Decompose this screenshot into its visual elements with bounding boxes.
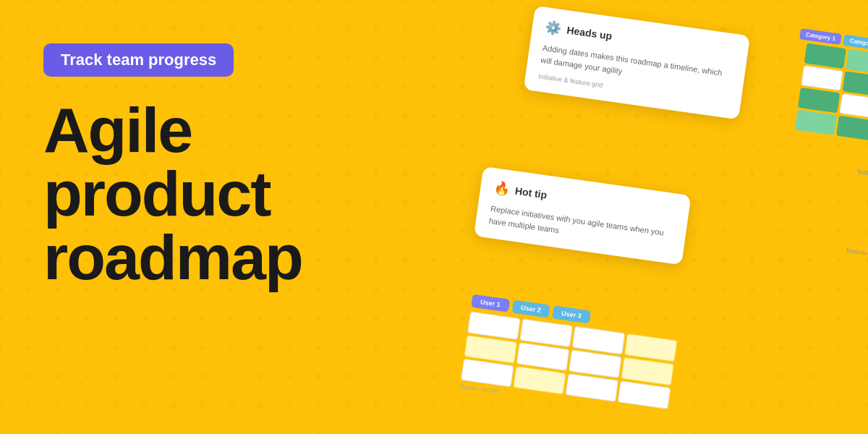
user-3-badge: User 3 — [552, 305, 591, 323]
feature-label-right-2: feature- set title — [846, 247, 868, 260]
bottom-cell — [513, 366, 566, 394]
feature-label-right-1: feature- set title — [857, 168, 868, 182]
grid-cell — [846, 49, 868, 75]
grid-cell — [836, 116, 868, 141]
heads-up-title: Heads up — [566, 24, 613, 42]
grid-cell — [798, 88, 840, 113]
grid-cell — [801, 65, 843, 90]
hot-tip-title: Hot tip — [514, 185, 548, 201]
heads-up-icon: ⚙️ — [545, 19, 563, 37]
track-progress-badge[interactable]: Track team progress — [43, 43, 234, 77]
user-1-badge: User 1 — [471, 294, 510, 312]
bottom-cell — [566, 373, 618, 401]
grid-cell — [839, 93, 868, 119]
headline-line1: Agile — [43, 98, 302, 162]
left-section: Track team progress Agile product roadma… — [43, 43, 302, 289]
user-2-badge: User 2 — [511, 300, 550, 318]
bottom-cell — [461, 359, 514, 387]
right-section: ⚙️ Heads up Adding dates makes this road… — [436, 0, 868, 434]
headline-line3: roadmap — [43, 226, 302, 289]
hot-tip-icon: 🔥 — [493, 179, 511, 197]
headline-line2: product — [43, 162, 302, 226]
bottom-cell — [618, 380, 671, 409]
grid-cell — [795, 110, 837, 135]
main-background: Track team progress Agile product roadma… — [0, 0, 868, 434]
grid-cell — [843, 71, 868, 96]
grid-cell — [804, 43, 846, 69]
feature-grid-bottom: User 1 User 2 User 3 — [459, 294, 716, 424]
hot-tip-card: 🔥 Hot tip Replace initiatives with you a… — [474, 166, 692, 265]
top-grid-rows — [760, 38, 868, 147]
heads-up-card: ⚙️ Heads up Adding dates makes this road… — [524, 6, 750, 120]
headline: Agile product roadmap — [43, 98, 302, 289]
feature-grid-top: Category 1 Category 2 Category 3 — [760, 25, 868, 147]
